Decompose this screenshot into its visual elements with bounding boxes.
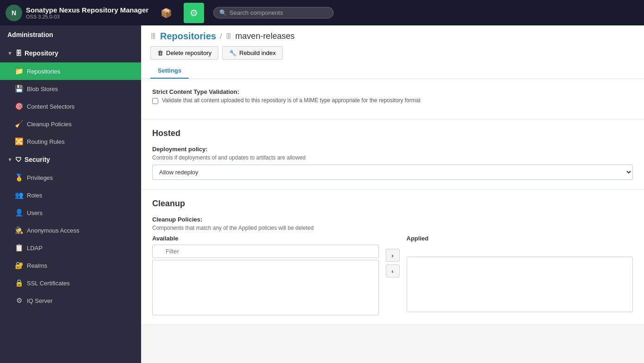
cleanup-policies-desc: Components that match any of the Applied…	[152, 225, 633, 231]
content-selectors-icon: 🎯	[15, 102, 23, 111]
applied-column: Applied	[407, 235, 633, 312]
sidebar-item-ssl-certificates[interactable]: 🔒 SSL Certificates	[0, 274, 141, 292]
move-right-button[interactable]: ›	[386, 249, 400, 262]
sidebar-item-label: LDAP	[27, 245, 43, 252]
browse-button[interactable]: 📦	[156, 3, 176, 23]
sidebar-item-label: Roles	[27, 192, 42, 199]
sidebar-item-label: Blob Stores	[27, 86, 58, 92]
cleanup-section: Cleanup Cleanup Policies: Components tha…	[141, 190, 644, 325]
applied-list[interactable]	[407, 257, 633, 312]
transfer-arrows: › ‹	[379, 235, 407, 277]
search-box: 🔍	[213, 7, 334, 18]
blob-stores-icon: 💾	[15, 85, 23, 93]
breadcrumb-current-icon: 🗄	[226, 33, 232, 40]
settings-icon: ⚙	[190, 7, 198, 18]
wrench-icon: 🔧	[229, 49, 236, 56]
search-input[interactable]	[229, 9, 328, 16]
trash-icon: 🗑	[157, 49, 163, 56]
breadcrumb-parent[interactable]: Repositories	[160, 31, 216, 42]
page-actions: 🗑 Delete repository 🔧 Rebuild index	[150, 46, 635, 60]
deployment-policy-label: Deployment policy:	[152, 146, 633, 153]
settings-button[interactable]: ⚙	[184, 3, 204, 23]
tab-bar: Settings	[150, 63, 635, 79]
app-version: OSS 3.25.0-03	[26, 14, 149, 19]
available-list[interactable]	[152, 260, 379, 315]
security-icon: 🛡	[15, 156, 22, 163]
admin-label: Administration	[7, 31, 53, 38]
page-header: 🗄 Repositories / 🗄 maven-releases 🗑 Dele…	[141, 25, 644, 79]
filter-wrap: ▼	[152, 245, 379, 260]
sidebar-item-privileges[interactable]: 🏅 Privileges	[0, 169, 141, 186]
main-layout: Administration ▼ 🗄 Repository 📁 Reposito…	[0, 25, 644, 363]
strict-content-label: Strict Content Type Validation:	[152, 88, 633, 95]
sidebar-repository-label: Repository	[25, 49, 58, 57]
sidebar-item-cleanup-policies[interactable]: 🧹 Cleanup Policies	[0, 115, 141, 133]
cleanup-icon: 🧹	[15, 120, 23, 128]
sidebar-item-label: Content Selectors	[27, 103, 74, 110]
sidebar: Administration ▼ 🗄 Repository 📁 Reposito…	[0, 25, 141, 363]
move-left-button[interactable]: ‹	[386, 265, 400, 277]
sidebar-item-roles[interactable]: 👥 Roles	[0, 186, 141, 204]
sidebar-item-realms[interactable]: 🔐 Realms	[0, 257, 141, 274]
routing-icon: 🔀	[15, 137, 23, 146]
repositories-icon: 📁	[15, 67, 23, 75]
breadcrumb: 🗄 Repositories / 🗄 maven-releases	[150, 31, 635, 42]
app-title: Sonatype Nexus Repository Manager	[26, 6, 149, 14]
sidebar-item-anonymous-access[interactable]: 🕵 Anonymous Access	[0, 221, 141, 239]
sidebar-item-label: SSL Certificates	[27, 280, 70, 287]
ldap-icon: 📋	[15, 244, 23, 252]
repository-icon: 🗄	[15, 49, 22, 57]
sidebar-item-ldap[interactable]: 📋 LDAP	[0, 239, 141, 257]
strict-content-checkbox[interactable]	[152, 98, 158, 104]
sidebar-item-content-selectors[interactable]: 🎯 Content Selectors	[0, 98, 141, 115]
sidebar-item-label: Anonymous Access	[27, 227, 79, 234]
sidebar-item-label: Realms	[27, 262, 47, 269]
cleanup-title: Cleanup	[152, 199, 633, 209]
search-icon: 🔍	[219, 9, 227, 16]
sidebar-item-routing-rules[interactable]: 🔀 Routing Rules	[0, 133, 141, 150]
strict-content-checkbox-text: Validate that all content uploaded to th…	[162, 97, 421, 104]
chevron-repository-icon: ▼	[7, 50, 12, 56]
chevron-security-icon: ▼	[7, 157, 12, 162]
applied-label: Applied	[407, 235, 633, 242]
sidebar-section-repository[interactable]: ▼ 🗄 Repository	[0, 44, 141, 62]
anonymous-icon: 🕵	[15, 226, 23, 234]
sidebar-item-repositories[interactable]: 📁 Repositories	[0, 62, 141, 80]
roles-icon: 👥	[15, 191, 23, 199]
sidebar-item-label: Privileges	[27, 174, 53, 181]
sidebar-item-iq-server[interactable]: ⚙ IQ Server	[0, 292, 141, 309]
realms-icon: 🔐	[15, 261, 23, 270]
db-icon: 🗄	[150, 33, 156, 40]
sidebar-section-security[interactable]: ▼ 🛡 Security	[0, 150, 141, 169]
tab-settings[interactable]: Settings	[150, 63, 189, 79]
filter-input[interactable]	[152, 245, 379, 258]
delete-repository-button[interactable]: 🗑 Delete repository	[150, 46, 218, 60]
available-column: Available ▼	[152, 235, 379, 315]
cleanup-policies-label: Cleanup Policies:	[152, 216, 633, 223]
sidebar-item-label: IQ Server	[27, 297, 53, 304]
users-icon: 👤	[15, 209, 23, 217]
sidebar-item-label: Repositories	[27, 68, 60, 75]
topbar: N Sonatype Nexus Repository Manager OSS …	[0, 0, 644, 25]
sidebar-security-label: Security	[25, 156, 50, 163]
sidebar-item-users[interactable]: 👤 Users	[0, 204, 141, 221]
breadcrumb-separator: /	[220, 32, 222, 41]
deployment-policy-select[interactable]: Allow redeploy Disable redeploy Read-onl…	[152, 165, 633, 180]
privileges-icon: 🏅	[15, 173, 23, 182]
deployment-policy-desc: Controls if deployments of and updates t…	[152, 154, 633, 161]
breadcrumb-current: maven-releases	[235, 31, 295, 41]
sidebar-item-blob-stores[interactable]: 💾 Blob Stores	[0, 80, 141, 98]
rebuild-index-button[interactable]: 🔧 Rebuild index	[222, 46, 283, 60]
available-label: Available	[152, 235, 379, 242]
browse-icon: 📦	[161, 7, 172, 18]
ssl-icon: 🔒	[15, 279, 23, 287]
sidebar-item-label: Routing Rules	[27, 138, 65, 145]
sidebar-item-label: Cleanup Policies	[27, 121, 72, 128]
logo-icon: N	[6, 5, 22, 21]
sidebar-item-label: Users	[27, 209, 43, 216]
strict-content-section: Strict Content Type Validation: Validate…	[141, 79, 644, 119]
main-content: 🗄 Repositories / 🗄 maven-releases 🗑 Dele…	[141, 25, 644, 363]
app-logo: N Sonatype Nexus Repository Manager OSS …	[6, 5, 149, 21]
iq-server-icon: ⚙	[15, 296, 23, 305]
cleanup-columns: Available ▼ › ‹ Applied	[152, 235, 633, 315]
